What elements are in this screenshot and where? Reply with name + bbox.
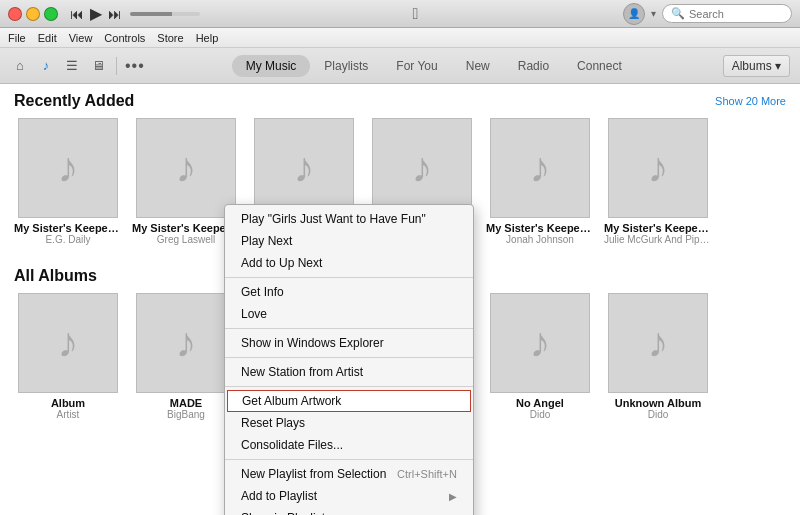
ctx-new-station[interactable]: New Station from Artist — [225, 361, 473, 383]
album-art: ♪ — [490, 118, 590, 218]
forward-button[interactable]: ⏭ — [108, 6, 122, 22]
ctx-get-artwork[interactable]: Get Album Artwork — [227, 390, 471, 412]
ctx-reset-plays[interactable]: Reset Plays — [225, 412, 473, 434]
user-search-area: 👤 ▾ 🔍 — [623, 3, 792, 25]
rewind-button[interactable]: ⏮ — [70, 6, 84, 22]
music-icon[interactable]: ♪ — [36, 56, 56, 76]
minimize-button[interactable] — [26, 7, 40, 21]
ctx-shortcut: Ctrl+Shift+N — [397, 468, 457, 480]
ctx-get-info[interactable]: Get Info — [225, 281, 473, 303]
window-controls — [8, 7, 58, 21]
transport-controls: ⏮ ▶ ⏭ — [70, 4, 122, 23]
music-note-icon: ♪ — [648, 144, 669, 192]
album-artist: Jonah Johnson — [486, 234, 594, 245]
ctx-add-to-playlist[interactable]: Add to Playlist ▶ — [225, 485, 473, 507]
apple-logo:  — [208, 5, 623, 23]
tab-my-music[interactable]: My Music — [232, 55, 311, 77]
menu-bar: File Edit View Controls Store Help — [0, 28, 800, 48]
album-item[interactable]: ♪ No Angel Dido — [486, 293, 594, 420]
music-note-icon: ♪ — [530, 319, 551, 367]
music-note-icon: ♪ — [176, 144, 197, 192]
album-name: Album — [14, 397, 122, 409]
album-artist: E.G. Daily — [14, 234, 122, 245]
search-icon: 🔍 — [671, 7, 685, 20]
album-name: No Angel — [486, 397, 594, 409]
nav-tabs: My Music Playlists For You New Radio Con… — [153, 55, 715, 77]
volume-slider[interactable] — [130, 12, 200, 16]
ctx-separator — [225, 328, 473, 329]
maximize-button[interactable] — [44, 7, 58, 21]
album-art: ♪ — [18, 293, 118, 393]
ctx-add-up-next[interactable]: Add to Up Next — [225, 252, 473, 274]
ctx-show-in-playlist[interactable]: Show in Playlist ▶ — [225, 507, 473, 515]
music-note-icon: ♪ — [58, 319, 79, 367]
menu-edit[interactable]: Edit — [38, 32, 57, 44]
music-note-icon: ♪ — [294, 144, 315, 192]
album-item[interactable]: ♪ My Sister's Keeper OST E.G. Daily — [14, 118, 122, 245]
album-name: My Sister's Keeper OST — [604, 222, 712, 234]
home-icon[interactable]: ⌂ — [10, 56, 30, 76]
album-art: ♪ — [136, 118, 236, 218]
menu-view[interactable]: View — [69, 32, 93, 44]
music-note-icon: ♪ — [530, 144, 551, 192]
ctx-separator — [225, 277, 473, 278]
ctx-arrow-icon: ▶ — [449, 491, 457, 502]
close-button[interactable] — [8, 7, 22, 21]
main-content: Recently Added Show 20 More ♪ My Sister'… — [0, 84, 800, 515]
ctx-separator — [225, 386, 473, 387]
toolbar-left: ⌂ ♪ ☰ 🖥 ••• — [10, 56, 145, 76]
menu-help[interactable]: Help — [196, 32, 219, 44]
menu-controls[interactable]: Controls — [104, 32, 145, 44]
search-input[interactable] — [689, 8, 789, 20]
ctx-play-song[interactable]: Play "Girls Just Want to Have Fun" — [225, 208, 473, 230]
search-box[interactable]: 🔍 — [662, 4, 792, 23]
list-icon[interactable]: ☰ — [62, 56, 82, 76]
user-icon[interactable]: 👤 — [623, 3, 645, 25]
album-item[interactable]: ♪ My Sister's Keeper OST Julie McGurk An… — [604, 118, 712, 245]
ctx-new-playlist[interactable]: New Playlist from Selection Ctrl+Shift+N — [225, 463, 473, 485]
album-name: My Sister's Keeper OST — [486, 222, 594, 234]
music-note-icon: ♪ — [176, 319, 197, 367]
more-options-icon[interactable]: ••• — [125, 57, 145, 75]
albums-dropdown-button[interactable]: Albums ▾ — [723, 55, 790, 77]
ctx-separator — [225, 459, 473, 460]
album-art: ♪ — [136, 293, 236, 393]
toolbar-divider — [116, 57, 117, 75]
album-art: ♪ — [608, 293, 708, 393]
tab-radio[interactable]: Radio — [504, 55, 563, 77]
ctx-separator — [225, 357, 473, 358]
recently-added-header: Recently Added Show 20 More — [0, 84, 800, 114]
play-button[interactable]: ▶ — [90, 4, 102, 23]
screen-icon[interactable]: 🖥 — [88, 56, 108, 76]
music-note-icon: ♪ — [412, 144, 433, 192]
album-item[interactable]: ♪ Album Artist — [14, 293, 122, 420]
tab-new[interactable]: New — [452, 55, 504, 77]
album-item[interactable]: ♪ My Sister's Keeper OST Jonah Johnson — [486, 118, 594, 245]
album-name: Unknown Album — [604, 397, 712, 409]
tab-connect[interactable]: Connect — [563, 55, 636, 77]
ctx-play-next[interactable]: Play Next — [225, 230, 473, 252]
album-art: ♪ — [18, 118, 118, 218]
show-more-link[interactable]: Show 20 More — [715, 95, 786, 107]
album-art: ♪ — [254, 118, 354, 218]
album-artist: Dido — [604, 409, 712, 420]
user-dropdown-arrow[interactable]: ▾ — [651, 8, 656, 19]
ctx-love[interactable]: Love — [225, 303, 473, 325]
album-name: My Sister's Keeper OST — [14, 222, 122, 234]
menu-store[interactable]: Store — [157, 32, 183, 44]
context-menu: Play "Girls Just Want to Have Fun" Play … — [224, 204, 474, 515]
ctx-consolidate[interactable]: Consolidate Files... — [225, 434, 473, 456]
tab-playlists[interactable]: Playlists — [310, 55, 382, 77]
album-art: ♪ — [490, 293, 590, 393]
album-artist: Dido — [486, 409, 594, 420]
menu-file[interactable]: File — [8, 32, 26, 44]
album-item[interactable]: ♪ Unknown Album Dido — [604, 293, 712, 420]
toolbar: ⌂ ♪ ☰ 🖥 ••• My Music Playlists For You N… — [0, 48, 800, 84]
recently-added-title: Recently Added — [14, 92, 134, 110]
ctx-show-explorer[interactable]: Show in Windows Explorer — [225, 332, 473, 354]
album-artist: Julie McGurk And Pipe Maj… — [604, 234, 712, 245]
tab-for-you[interactable]: For You — [382, 55, 451, 77]
album-art: ♪ — [608, 118, 708, 218]
music-note-icon: ♪ — [58, 144, 79, 192]
album-art: ♪ — [372, 118, 472, 218]
